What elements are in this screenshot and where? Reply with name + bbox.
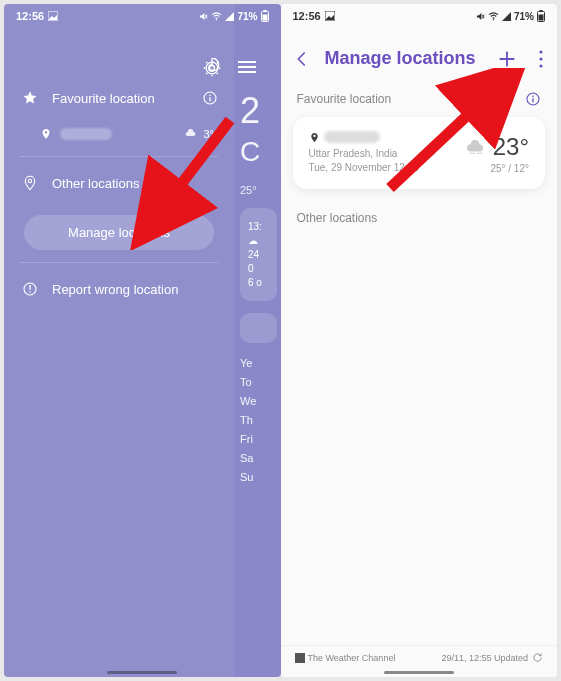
report-label: Report wrong location: [52, 282, 178, 297]
hourly-card: 13: ☁ 24 0 6 o: [240, 208, 277, 301]
pin-icon: [309, 132, 320, 143]
pin-icon: [40, 128, 52, 140]
cloud-icon: [465, 139, 487, 155]
battery-icon: [537, 10, 545, 22]
location-temp: 23°: [493, 133, 529, 161]
status-bar: 12:56 71%: [281, 4, 558, 28]
footer: The Weather Channel 29/11, 12:55 Updated: [281, 645, 558, 669]
svg-rect-25: [539, 15, 544, 21]
page-title: Manage locations: [325, 48, 484, 69]
right-screenshot: 12:56 71% Manage locations Favourite loc…: [281, 4, 558, 677]
peek-temp: 2: [240, 90, 277, 132]
other-locations-row: Other locations: [4, 163, 234, 203]
svg-point-12: [28, 179, 31, 182]
location-temp: 3°: [185, 128, 214, 140]
other-locations-label: Other locations: [52, 176, 139, 191]
favourite-location-item[interactable]: 3°: [4, 118, 234, 150]
mute-icon: [476, 12, 485, 21]
svg-rect-33: [532, 98, 533, 102]
svg-point-29: [539, 57, 542, 60]
refresh-icon[interactable]: [532, 652, 543, 663]
svg-point-10: [209, 95, 211, 97]
report-wrong-location-button[interactable]: Report wrong location: [4, 269, 234, 309]
svg-point-8: [210, 66, 215, 71]
svg-rect-36: [295, 653, 305, 663]
signal-icon: [502, 12, 511, 21]
star-icon: [22, 90, 38, 106]
cloud-icon: ☁: [248, 235, 271, 246]
location-region: Uttar Pradesh, India: [309, 147, 419, 161]
peek-condition: C: [240, 136, 277, 168]
location-datetime: Tue, 29 November 12:56: [309, 161, 419, 175]
status-battery-pct: 71%: [514, 11, 534, 22]
svg-rect-11: [209, 97, 210, 101]
location-hilo: 25° / 12°: [465, 163, 529, 174]
favourite-label: Favourite location: [52, 91, 155, 106]
manage-locations-button[interactable]: Manage locations: [24, 215, 214, 250]
empty-card: [240, 313, 277, 343]
cloud-icon: [185, 129, 199, 139]
left-screenshot: 12:56 71% Favourite location: [4, 4, 281, 677]
pin-outline-icon: [22, 175, 38, 191]
picture-icon: [325, 11, 335, 21]
footer-brand: The Weather Channel: [308, 653, 396, 663]
other-locations-header: Other locations: [281, 207, 558, 229]
info-icon[interactable]: [202, 90, 218, 106]
location-name-blurred: [324, 131, 380, 143]
favourite-section-row: Favourite location: [4, 78, 234, 118]
more-button[interactable]: [539, 50, 543, 68]
favourite-section-header: Favourite location: [281, 83, 558, 111]
footer-updated: 29/11, 12:55 Updated: [441, 653, 528, 663]
wifi-icon: [488, 12, 499, 21]
back-button[interactable]: [293, 50, 311, 68]
svg-point-22: [493, 18, 494, 19]
info-icon[interactable]: [525, 91, 541, 107]
home-indicator[interactable]: [384, 671, 454, 674]
header: Manage locations: [281, 28, 558, 83]
gear-icon[interactable]: [202, 58, 222, 78]
peek-hilo: 25°: [240, 184, 277, 196]
svg-rect-14: [29, 285, 30, 290]
svg-point-32: [532, 96, 534, 98]
nav-drawer: Favourite location 3° Other locations Ma…: [4, 4, 234, 677]
svg-rect-6: [262, 15, 267, 21]
weather-channel-icon: [295, 653, 305, 663]
status-battery-pct: 71%: [237, 11, 257, 22]
svg-point-30: [539, 64, 542, 67]
svg-point-28: [539, 50, 542, 53]
location-card[interactable]: Uttar Pradesh, India Tue, 29 November 12…: [293, 117, 546, 189]
location-name-blurred: [60, 128, 112, 140]
background-content: 2 C 25° 13: ☁ 24 0 6 o Ye To We Th Fri S…: [234, 34, 281, 677]
divider: [20, 156, 218, 157]
alert-icon: [22, 281, 38, 297]
divider: [20, 262, 218, 263]
battery-icon: [261, 10, 269, 22]
svg-point-15: [29, 291, 31, 293]
menu-icon[interactable]: [238, 60, 256, 74]
status-time: 12:56: [293, 10, 321, 22]
daily-list: Ye To We Th Fri Sa Su: [240, 357, 277, 483]
add-button[interactable]: [497, 49, 517, 69]
home-indicator[interactable]: [107, 671, 177, 674]
